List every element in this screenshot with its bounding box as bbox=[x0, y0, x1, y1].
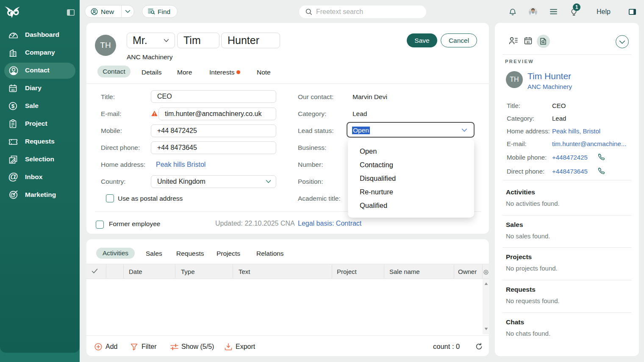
svg-text:31: 31 bbox=[527, 41, 530, 44]
svg-text:$: $ bbox=[11, 103, 15, 109]
svg-text:31: 31 bbox=[11, 88, 14, 92]
